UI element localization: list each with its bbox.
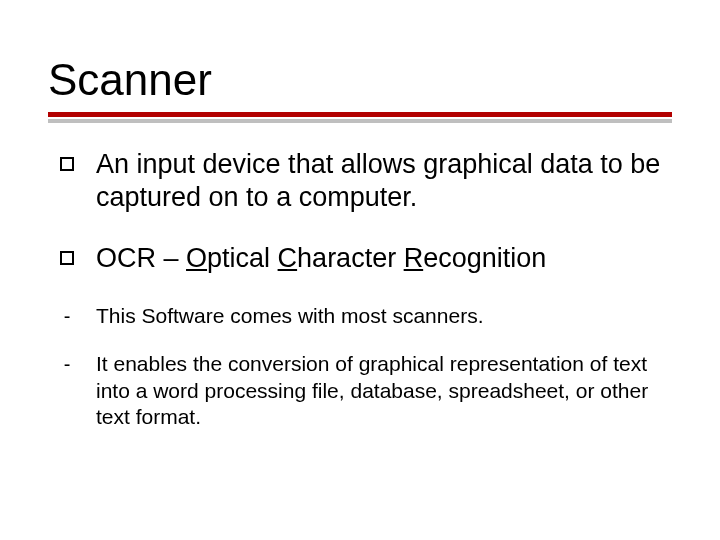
square-bullet-icon bbox=[60, 251, 74, 265]
text: R bbox=[404, 243, 424, 273]
text: O bbox=[186, 243, 207, 273]
text: ecognition bbox=[423, 243, 546, 273]
text: C bbox=[278, 243, 298, 273]
bullet-item: OCR – Optical Character Recognition bbox=[60, 242, 672, 275]
sub-bullet-item: - This Software comes with most scanners… bbox=[60, 303, 672, 329]
bullet-item: An input device that allows graphical da… bbox=[60, 148, 672, 214]
square-bullet-icon bbox=[60, 157, 74, 171]
dash-bullet-icon: - bbox=[60, 306, 74, 326]
sub-bullet-text: It enables the conversion of graphical r… bbox=[96, 351, 672, 430]
dash-bullet-icon: - bbox=[60, 354, 74, 374]
text: OCR – bbox=[96, 243, 186, 273]
bullet-text: An input device that allows graphical da… bbox=[96, 148, 672, 214]
slide: Scanner An input device that allows grap… bbox=[0, 0, 720, 540]
text: ptical bbox=[207, 243, 278, 273]
title-underline bbox=[48, 112, 672, 124]
bullet-text: OCR – Optical Character Recognition bbox=[96, 242, 546, 275]
sub-bullet-item: - It enables the conversion of graphical… bbox=[60, 351, 672, 430]
text: haracter bbox=[297, 243, 404, 273]
sub-bullet-text: This Software comes with most scanners. bbox=[96, 303, 483, 329]
slide-body: An input device that allows graphical da… bbox=[60, 148, 672, 430]
slide-title: Scanner bbox=[48, 56, 672, 104]
